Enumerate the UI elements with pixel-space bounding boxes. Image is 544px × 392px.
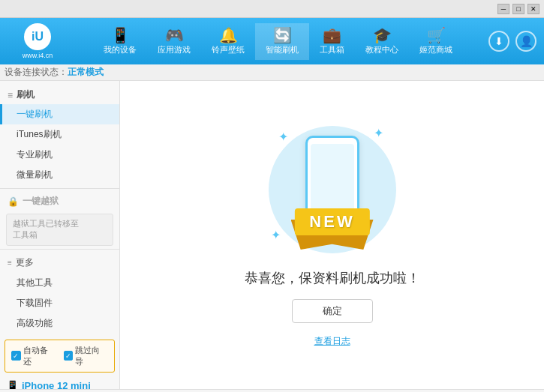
- more-section-icon: ≡: [8, 259, 12, 267]
- sparkle-icon-3: ✦: [271, 228, 281, 242]
- device-name: 📱 iPhone 12 mini: [6, 380, 113, 389]
- sidebar-item-itunes-flash[interactable]: iTunes刷机: [0, 124, 119, 145]
- jailbreak-label: 一键越狱: [23, 195, 59, 208]
- nav-apps-label: 应用游戏: [158, 44, 191, 55]
- nav-store-label: 姬范商城: [419, 44, 452, 55]
- window-controls: ─ □ ✕: [497, 4, 539, 14]
- smart-flash-icon: 🔄: [273, 28, 292, 43]
- apps-icon: 🎮: [165, 28, 184, 43]
- nav-smart-flash-label: 智能刷机: [266, 44, 299, 55]
- ringtone-icon: 🔔: [219, 28, 238, 43]
- checkbox-area-wrapper: ✓ 自动备还 ✓ 跳过向导 📱 iPhone 12 mini 64GB Down…: [0, 340, 119, 389]
- nav-tutorial[interactable]: 🎓 教程中心: [355, 23, 409, 60]
- logo-icon: iU: [24, 23, 51, 50]
- sidebar-item-micro-flash[interactable]: 微量刷机: [0, 165, 119, 185]
- nav-items: 📱 我的设备 🎮 应用游戏 🔔 铃声壁纸 🔄 智能刷机 💼 工具箱 🎓 教程中心…: [68, 23, 488, 60]
- nav-right-actions: ⬇ 👤: [488, 31, 536, 52]
- titlebar: ─ □ ✕: [0, 0, 544, 18]
- sidebar-item-one-click-flash[interactable]: 一键刷机: [0, 104, 119, 124]
- device-phone-icon: 📱: [6, 380, 19, 389]
- phone-illustration: ✦ ✦ ✦ NEW: [265, 122, 400, 257]
- auto-backup-checkbox[interactable]: ✓ 自动备还: [11, 345, 56, 367]
- lock-icon: 🔒: [8, 196, 19, 207]
- jailbreak-notice: 越狱工具已转移至工具箱: [6, 214, 113, 246]
- nav-ringtone-label: 铃声壁纸: [212, 44, 245, 55]
- sparkle-icon-2: ✦: [374, 126, 383, 140]
- guide-check-icon: ✓: [64, 351, 74, 361]
- nav-apps[interactable]: 🎮 应用游戏: [147, 23, 201, 60]
- sidebar: ≡ 刷机 一键刷机 iTunes刷机 专业刷机 微量刷机 🔒 一键越狱 越狱工具…: [0, 81, 120, 389]
- phone-screen: [311, 144, 354, 219]
- sidebar-item-advanced[interactable]: 高级功能: [0, 313, 119, 334]
- auto-backup-label: 自动备还: [23, 345, 56, 367]
- nav-smart-flash[interactable]: 🔄 智能刷机: [255, 23, 309, 60]
- device-status-value: 正常模式: [68, 66, 104, 79]
- tutorial-icon: 🎓: [373, 28, 392, 43]
- sparkle-icon-1: ✦: [278, 130, 288, 144]
- sidebar-divider-2: [0, 249, 119, 250]
- nav-ringtone[interactable]: 🔔 铃声壁纸: [201, 23, 255, 60]
- guide-checkbox[interactable]: ✓ 跳过向导: [64, 345, 109, 367]
- main-layout: ≡ 刷机 一键刷机 iTunes刷机 专业刷机 微量刷机 🔒 一键越狱 越狱工具…: [0, 81, 544, 389]
- flash-section-icon: ≡: [8, 90, 13, 100]
- toolbox-icon: 💼: [323, 28, 341, 43]
- logo-area: iU www.i4.cn: [8, 23, 68, 59]
- account-button[interactable]: 👤: [515, 31, 536, 52]
- new-badge: NEW: [294, 208, 369, 235]
- success-card: ✦ ✦ ✦ NEW 恭喜您，保资料刷机成功啦！ 确定 查看日志: [245, 122, 420, 348]
- minimize-button[interactable]: ─: [497, 4, 509, 14]
- logo-url: www.i4.cn: [23, 52, 53, 59]
- close-button[interactable]: ✕: [527, 4, 539, 14]
- success-message: 恭喜您，保资料刷机成功啦！: [245, 269, 420, 287]
- device-info: 📱 iPhone 12 mini 64GB Down-12mini-13,1: [0, 376, 119, 389]
- nav-my-device-label: 我的设备: [104, 44, 137, 55]
- nav-toolbox-label: 工具箱: [320, 44, 344, 55]
- nav-store[interactable]: 🛒 姬范商城: [409, 23, 463, 60]
- wizard-link[interactable]: 查看日志: [314, 335, 350, 348]
- statusbar: 阻止iTunes运行 V7.98.66 客服 微信公众号 检查更新: [0, 389, 544, 392]
- flash-section-title: ≡ 刷机: [0, 85, 119, 104]
- ribbon-container: NEW: [284, 208, 381, 250]
- more-section-label: 更多: [16, 256, 34, 269]
- maximize-button[interactable]: □: [512, 4, 524, 14]
- nav-my-device[interactable]: 📱 我的设备: [93, 23, 147, 60]
- store-icon: 🛒: [427, 28, 446, 43]
- flash-section-label: 刷机: [17, 88, 35, 101]
- sidebar-divider-1: [0, 188, 119, 189]
- top-navigation: iU www.i4.cn 📱 我的设备 🎮 应用游戏 🔔 铃声壁纸 🔄 智能刷机…: [0, 18, 544, 64]
- auto-backup-check-icon: ✓: [11, 351, 21, 361]
- more-section-title: ≡ 更多: [0, 253, 119, 273]
- main-content: ✦ ✦ ✦ NEW 恭喜您，保资料刷机成功啦！ 确定 查看日志: [120, 81, 544, 389]
- guide-label: 跳过向导: [75, 345, 108, 367]
- device-status-label: 设备连接状态：: [5, 66, 68, 79]
- device-status-bar: 设备连接状态： 正常模式: [0, 64, 544, 81]
- logo-text: iU: [32, 30, 44, 43]
- nav-toolbox[interactable]: 💼 工具箱: [309, 23, 355, 60]
- my-device-icon: 📱: [111, 28, 130, 43]
- jailbreak-section-title: 🔒 一键越狱: [0, 192, 119, 211]
- sidebar-item-other-tools[interactable]: 其他工具: [0, 273, 119, 293]
- confirm-button[interactable]: 确定: [292, 299, 373, 323]
- jailbreak-notice-text: 越狱工具已转移至工具箱: [13, 218, 79, 241]
- nav-tutorial-label: 教程中心: [365, 44, 398, 55]
- sidebar-item-pro-flash[interactable]: 专业刷机: [0, 145, 119, 165]
- checkbox-area: ✓ 自动备还 ✓ 跳过向导: [5, 340, 115, 373]
- download-button[interactable]: ⬇: [488, 31, 509, 52]
- sidebar-item-download-firmware[interactable]: 下载固件: [0, 293, 119, 313]
